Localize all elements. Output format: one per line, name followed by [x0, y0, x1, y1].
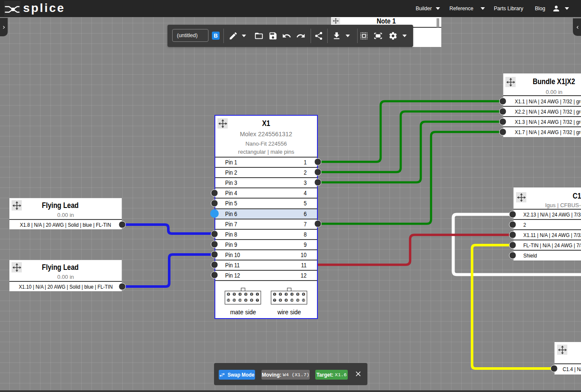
svg-text:7: 7	[257, 299, 258, 301]
svg-text:2: 2	[251, 293, 252, 295]
svg-text:6: 6	[228, 293, 229, 295]
svg-text:1: 1	[274, 293, 275, 295]
svg-text:4: 4	[291, 293, 293, 295]
svg-text:5: 5	[297, 293, 299, 295]
svg-text:8: 8	[280, 299, 281, 301]
svg-text:9: 9	[285, 299, 287, 301]
svg-text:2: 2	[280, 293, 281, 295]
svg-text:3: 3	[285, 293, 287, 295]
svg-text:12: 12	[302, 299, 305, 301]
svg-text:12: 12	[227, 299, 230, 301]
svg-text:6: 6	[303, 293, 304, 295]
svg-text:5: 5	[234, 293, 235, 295]
svg-text:10: 10	[239, 299, 241, 301]
svg-text:11: 11	[296, 299, 299, 301]
svg-text:10: 10	[290, 299, 293, 301]
svg-text:3: 3	[245, 293, 246, 295]
svg-text:7: 7	[274, 299, 275, 301]
svg-text:1: 1	[257, 293, 258, 295]
svg-text:4: 4	[239, 293, 241, 295]
svg-text:8: 8	[251, 299, 252, 301]
svg-text:9: 9	[245, 299, 246, 301]
svg-text:11: 11	[233, 299, 235, 301]
